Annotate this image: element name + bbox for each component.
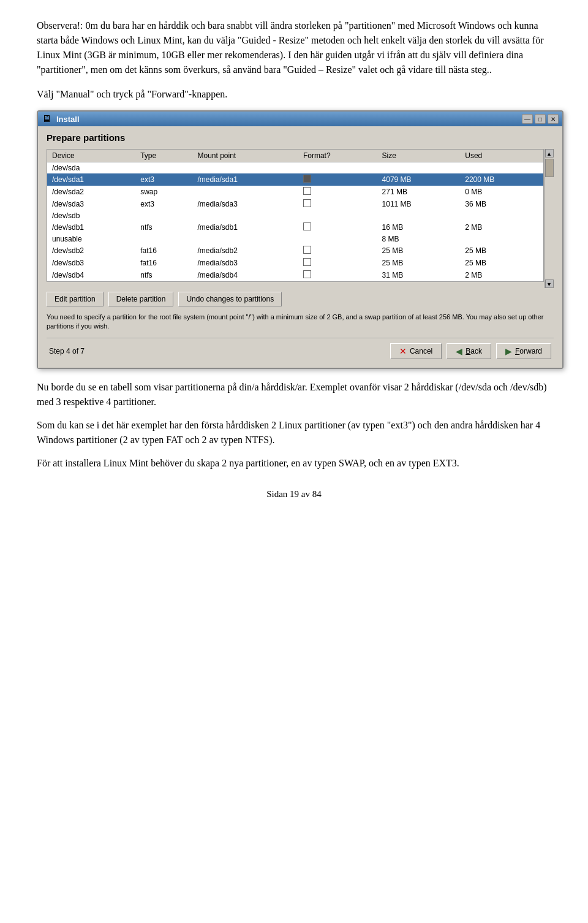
table-header: Device Type Mount point Format? Size Use… xyxy=(47,150,543,162)
cell-format xyxy=(298,186,377,198)
cell-type xyxy=(135,210,192,221)
section-title: Prepare partitions xyxy=(47,132,554,143)
cell-format xyxy=(298,245,377,257)
intro-paragraph-1: Observera!: 0m du bara har en hårddik oc… xyxy=(37,18,551,77)
cell-used xyxy=(460,210,543,221)
cell-used: 0 MB xyxy=(460,186,543,198)
cell-size: 271 MB xyxy=(377,186,461,198)
page-footer: Sidan 19 av 84 xyxy=(37,489,551,499)
window-titlebar: 🖥 Install — □ ✕ xyxy=(38,112,562,126)
cell-size: 25 MB xyxy=(377,257,461,269)
format-checkbox[interactable] xyxy=(303,199,311,207)
cell-type: swap xyxy=(135,186,192,198)
back-label: Back xyxy=(466,347,482,355)
cell-size: 4079 MB xyxy=(377,173,461,186)
scrollbar-down-arrow[interactable]: ▼ xyxy=(545,279,554,288)
partition-table-body: /dev/sda/dev/sda1ext3/media/sda14079 MB2… xyxy=(47,162,543,282)
cell-mount xyxy=(192,234,298,245)
cell-type: ntfs xyxy=(135,221,192,234)
delete-partition-button[interactable]: Delete partition xyxy=(108,292,174,306)
cell-format xyxy=(298,257,377,269)
cell-size xyxy=(377,210,461,221)
scrollbar-up-arrow[interactable]: ▲ xyxy=(545,149,554,158)
after-paragraph-3: För att installera Linux Mint behöver du… xyxy=(37,456,551,471)
cell-device: /dev/sdb3 xyxy=(47,257,135,269)
table-row[interactable]: /dev/sdb1ntfs/media/sdb116 MB2 MB xyxy=(47,221,543,234)
cell-mount xyxy=(192,162,298,174)
partition-table-container: Device Type Mount point Format? Size Use… xyxy=(47,149,544,282)
window-icon: 🖥 xyxy=(42,113,53,124)
table-row[interactable]: /dev/sda1ext3/media/sda14079 MB2200 MB xyxy=(47,173,543,186)
cell-mount: /media/sdb2 xyxy=(192,245,298,257)
after-paragraph-1: Nu borde du se en tabell som visar parti… xyxy=(37,380,551,409)
cell-type: ext3 xyxy=(135,198,192,210)
cell-type: ext3 xyxy=(135,173,192,186)
cell-type xyxy=(135,162,192,174)
cell-mount: /media/sdb4 xyxy=(192,269,298,281)
format-checkbox[interactable] xyxy=(303,187,311,195)
cell-format xyxy=(298,269,377,281)
format-checkbox[interactable] xyxy=(303,246,311,254)
cell-format xyxy=(298,162,377,174)
scrollbar-thumb[interactable] xyxy=(545,159,554,177)
intro-section: Observera!: 0m du bara har en hårddik oc… xyxy=(37,18,551,102)
edit-partition-button[interactable]: Edit partition xyxy=(47,292,104,306)
window-body: Prepare partitions Device Type Mount poi… xyxy=(38,126,562,368)
partition-table-area: Device Type Mount point Format? Size Use… xyxy=(47,149,554,288)
cancel-label: Cancel xyxy=(410,347,432,355)
forward-label: Forward xyxy=(515,347,542,355)
cell-used: 2200 MB xyxy=(460,173,543,186)
table-row[interactable]: /dev/sdb3fat16/media/sdb325 MB25 MB xyxy=(47,257,543,269)
cell-type: fat16 xyxy=(135,257,192,269)
table-row[interactable]: /dev/sdb xyxy=(47,210,543,221)
action-buttons: Edit partition Delete partition Undo cha… xyxy=(47,292,554,306)
cell-used xyxy=(460,162,543,174)
cell-used: 2 MB xyxy=(460,221,543,234)
cell-device: /dev/sdb xyxy=(47,210,135,221)
scrollbar[interactable]: ▲ ▼ xyxy=(544,149,554,288)
cancel-button[interactable]: ✕ Cancel xyxy=(390,343,442,359)
forward-icon: ▶ xyxy=(505,346,512,356)
step-label: Step 4 of 7 xyxy=(49,347,85,355)
install-window: 🖥 Install — □ ✕ Prepare partitions Devic… xyxy=(37,110,564,369)
warning-text: You need to specify a partition for the … xyxy=(47,313,554,332)
cell-format xyxy=(298,234,377,245)
cell-size: 25 MB xyxy=(377,245,461,257)
table-row[interactable]: /dev/sda3ext3/media/sda31011 MB36 MB xyxy=(47,198,543,210)
cell-size: 8 MB xyxy=(377,234,461,245)
col-device: Device xyxy=(47,150,135,162)
cell-mount xyxy=(192,186,298,198)
choose-manual-text: Välj "Manual" och tryck på "Forward"-kna… xyxy=(37,87,551,102)
partition-table: Device Type Mount point Format? Size Use… xyxy=(47,150,543,281)
cell-type: fat16 xyxy=(135,245,192,257)
back-button[interactable]: ◀ Back xyxy=(447,343,491,359)
cell-device: /dev/sda1 xyxy=(47,173,135,186)
table-row[interactable]: /dev/sdb4ntfs/media/sdb431 MB2 MB xyxy=(47,269,543,281)
table-wrapper: Device Type Mount point Format? Size Use… xyxy=(47,149,544,288)
table-row[interactable]: unusable8 MB xyxy=(47,234,543,245)
col-mount: Mount point xyxy=(192,150,298,162)
format-checkbox[interactable] xyxy=(303,222,311,230)
cell-mount: /media/sdb1 xyxy=(192,221,298,234)
format-checkbox[interactable] xyxy=(303,258,311,266)
cell-format xyxy=(298,221,377,234)
window-footer: Step 4 of 7 ✕ Cancel ◀ Back ▶ Forward xyxy=(47,338,554,359)
undo-changes-button[interactable]: Undo changes to partitions xyxy=(178,292,282,306)
close-button[interactable]: ✕ xyxy=(548,114,559,124)
format-checkbox[interactable] xyxy=(303,175,311,183)
cancel-icon: ✕ xyxy=(399,346,407,356)
table-row[interactable]: /dev/sdb2fat16/media/sdb225 MB25 MB xyxy=(47,245,543,257)
format-checkbox[interactable] xyxy=(303,270,311,278)
window-title: Install xyxy=(56,115,80,124)
cell-used: 25 MB xyxy=(460,257,543,269)
minimize-button[interactable]: — xyxy=(522,114,533,124)
maximize-button[interactable]: □ xyxy=(535,114,546,124)
forward-button[interactable]: ▶ Forward xyxy=(496,343,551,359)
titlebar-left: 🖥 Install xyxy=(42,113,80,124)
cell-size: 31 MB xyxy=(377,269,461,281)
cell-used xyxy=(460,234,543,245)
table-row[interactable]: /dev/sda xyxy=(47,162,543,174)
col-used: Used xyxy=(460,150,543,162)
table-row[interactable]: /dev/sda2swap271 MB0 MB xyxy=(47,186,543,198)
cell-used: 25 MB xyxy=(460,245,543,257)
